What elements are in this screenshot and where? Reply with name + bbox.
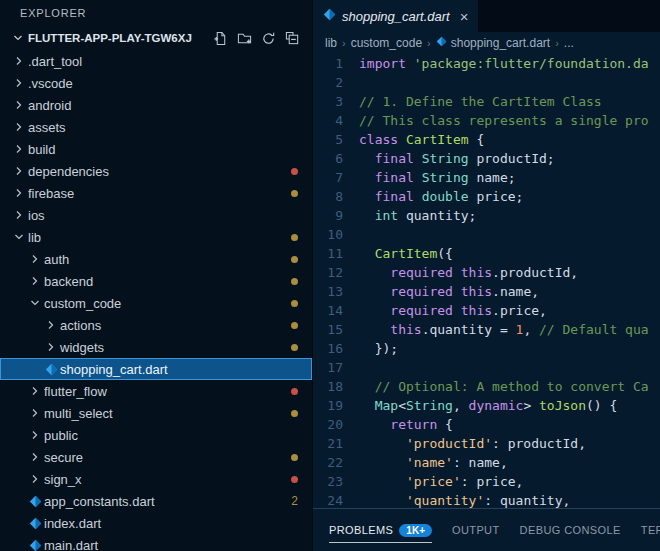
chevron-right-icon <box>10 207 28 223</box>
tree-item-multi-select[interactable]: multi_select <box>0 402 312 424</box>
line-number: 21 <box>313 434 359 453</box>
close-icon[interactable]: × <box>460 9 469 24</box>
line-number: 9 <box>313 206 359 225</box>
code-line: 5class CartItem { <box>313 130 660 149</box>
tree-item-secure[interactable]: secure <box>0 446 312 468</box>
chevron-right-icon <box>26 471 44 487</box>
code-text: }); <box>359 339 660 358</box>
tree-item-actions[interactable]: actions <box>0 314 312 336</box>
tree-item-assets[interactable]: assets <box>0 116 312 138</box>
tree-item-backend[interactable]: backend <box>0 270 312 292</box>
panel-tab-problems[interactable]: PROBLEMS1K+ <box>329 518 432 543</box>
chevron-right-icon <box>10 97 28 113</box>
tree-item-build[interactable]: build <box>0 138 312 160</box>
dart-file-icon <box>26 539 44 551</box>
panel-tab-label: DEBUG CONSOLE <box>520 524 621 536</box>
tree-item-index-dart[interactable]: index.dart <box>0 512 312 534</box>
code-text: // This class represents a single pro <box>359 111 660 130</box>
panel-tabs: PROBLEMS1K+OUTPUTDEBUG CONSOLETERMINAL <box>329 518 660 543</box>
git-status-dot <box>291 454 298 461</box>
code-line: 9 int quantity; <box>313 206 660 225</box>
tree-item-app-constants-dart[interactable]: app_constants.dart2 <box>0 490 312 512</box>
breadcrumb-item-[interactable]: ... <box>564 36 574 50</box>
breadcrumb: lib›custom_code›shopping_cart.dart›... <box>313 32 660 54</box>
collapse-all-icon[interactable] <box>285 31 300 46</box>
panel-tab-debug-console[interactable]: DEBUG CONSOLE <box>520 518 621 542</box>
breadcrumb-item-lib[interactable]: lib <box>325 36 337 50</box>
new-folder-icon[interactable] <box>237 31 252 46</box>
chevron-right-icon <box>26 251 44 267</box>
code-line: 23 'price': price, <box>313 472 660 491</box>
tree-item-custom-code[interactable]: custom_code <box>0 292 312 314</box>
tree-item-dart-tool[interactable]: .dart_tool <box>0 50 312 72</box>
git-status-dot <box>291 300 298 307</box>
refresh-icon[interactable] <box>261 31 276 46</box>
code-line: 20 return { <box>313 415 660 434</box>
code-text <box>359 73 660 92</box>
tree-item-widgets[interactable]: widgets <box>0 336 312 358</box>
code-area[interactable]: 1import 'package:flutter/foundation.da23… <box>313 54 660 508</box>
tree-item-sign-x[interactable]: sign_x <box>0 468 312 490</box>
tree-item-label: app_constants.dart <box>44 494 155 509</box>
code-text: 'productId': productId, <box>359 434 660 453</box>
tree-item-lib[interactable]: lib <box>0 226 312 248</box>
tree-item-label: .dart_tool <box>28 54 82 69</box>
change-count-badge: 2 <box>291 494 298 508</box>
code-text: 'quantity': quantity, <box>359 491 660 508</box>
breadcrumb-item-shopping-cart-dart[interactable]: shopping_cart.dart <box>436 36 550 50</box>
chevron-right-icon <box>26 427 44 443</box>
code-line: 8 final double price; <box>313 187 660 206</box>
line-number: 19 <box>313 396 359 415</box>
tab-label: shopping_cart.dart <box>342 9 450 24</box>
chevron-right-icon <box>26 273 44 289</box>
tree-item-dependencies[interactable]: dependencies <box>0 160 312 182</box>
code-line: 12 required this.productId, <box>313 263 660 282</box>
chevron-down-icon <box>26 295 44 311</box>
new-file-icon[interactable] <box>213 31 228 46</box>
chevron-right-icon <box>42 339 60 355</box>
git-status-dot <box>291 410 298 417</box>
line-number: 2 <box>313 73 359 92</box>
chevron-right-icon <box>10 53 28 69</box>
git-status-dot <box>291 190 298 197</box>
code-text: // Optional: A method to convert Ca <box>359 377 660 396</box>
tree-item-auth[interactable]: auth <box>0 248 312 270</box>
panel-tab-terminal[interactable]: TERMINAL <box>641 518 660 542</box>
code-line: 11 CartItem({ <box>313 244 660 263</box>
code-text: int quantity; <box>359 206 660 225</box>
panel-tab-output[interactable]: OUTPUT <box>452 518 500 542</box>
panel-tab-label: PROBLEMS <box>329 524 393 536</box>
tree-item-firebase[interactable]: firebase <box>0 182 312 204</box>
dart-file-icon <box>42 363 60 376</box>
tree-item-label: firebase <box>28 186 74 201</box>
tree-item-android[interactable]: android <box>0 94 312 116</box>
code-line: 10 <box>313 225 660 244</box>
tree-item-flutter-flow[interactable]: flutter_flow <box>0 380 312 402</box>
tree-item-shopping-cart-dart[interactable]: shopping_cart.dart <box>0 358 312 380</box>
tab-shopping-cart-dart[interactable]: shopping_cart.dart × <box>313 0 479 32</box>
breadcrumb-item-custom-code[interactable]: custom_code <box>351 36 422 50</box>
tree-item-label: flutter_flow <box>44 384 107 399</box>
code-line: 24 'quantity': quantity, <box>313 491 660 508</box>
dart-file-icon <box>323 8 336 24</box>
tree-item-vscode[interactable]: .vscode <box>0 72 312 94</box>
line-number: 7 <box>313 168 359 187</box>
chevron-right-icon <box>42 317 60 333</box>
project-root-row[interactable]: FLUTTER-APP-PLAY-TGW6XJ <box>0 26 312 50</box>
tree-item-label: android <box>28 98 71 113</box>
line-number: 13 <box>313 282 359 301</box>
dart-file-icon <box>436 36 447 50</box>
line-number: 15 <box>313 320 359 339</box>
tree-item-public[interactable]: public <box>0 424 312 446</box>
panel-tab-label: TERMINAL <box>641 524 660 536</box>
code-text: required this.productId, <box>359 263 660 282</box>
tree-item-main-dart[interactable]: main.dart <box>0 534 312 551</box>
git-status-dot <box>291 168 298 175</box>
git-status-dot <box>291 476 298 483</box>
tree-item-ios[interactable]: ios <box>0 204 312 226</box>
tree-item-label: index.dart <box>44 516 101 531</box>
problems-count-badge: 1K+ <box>399 524 432 537</box>
code-line: 15 this.quantity = 1, // Default qua <box>313 320 660 339</box>
explorer-sidebar: EXPLORER FLUTTER-APP-PLAY-TGW6XJ <box>0 0 312 551</box>
code-text: CartItem({ <box>359 244 660 263</box>
